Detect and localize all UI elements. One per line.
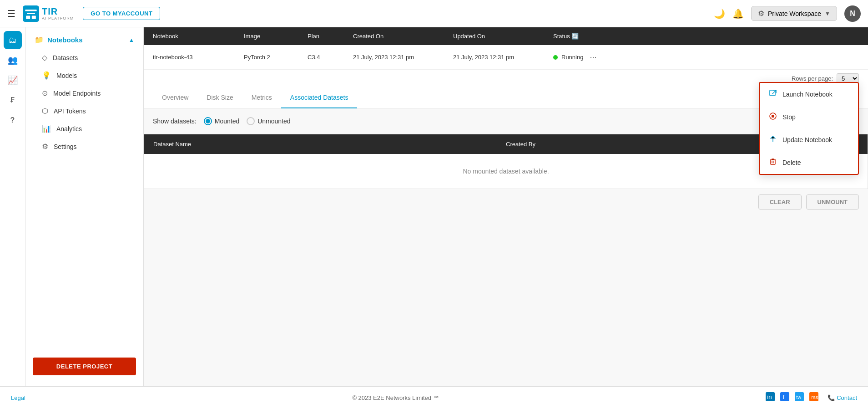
- col-dataset-name: Dataset Name: [153, 141, 506, 148]
- cell-status: Running ···: [553, 51, 859, 63]
- col-status: Status 🔄: [553, 33, 859, 40]
- delete-project-button[interactable]: DELETE PROJECT: [33, 358, 136, 375]
- sidebar-icon-team[interactable]: 👥: [4, 51, 22, 69]
- workspace-button[interactable]: ⚙ Private Workspace ▼: [751, 6, 837, 21]
- models-icon: 💡: [42, 71, 51, 80]
- left-nav: 📁 Notebooks ▲ ◇ Datasets 💡 Models ⊙ Mode…: [25, 27, 144, 386]
- header-right: 🌙 🔔 ⚙ Private Workspace ▼ N: [714, 5, 861, 22]
- rows-per-page-label: Rows per page:: [792, 75, 833, 82]
- sidebar-item-model-endpoints[interactable]: ⊙ Model Endpoints: [25, 84, 143, 102]
- context-menu-delete[interactable]: Delete: [760, 151, 858, 174]
- logo: TIR AI PLATFORM: [23, 5, 74, 22]
- datasets-label: Datasets: [53, 54, 78, 61]
- settings-label: Settings: [54, 143, 77, 150]
- workspace-icon: ⚙: [758, 9, 764, 18]
- twitter-icon[interactable]: tw: [795, 392, 804, 404]
- main-layout: 🗂 👥 📈 ₣ ? 📁 Notebooks ▲ ◇ Datasets 💡 Mod…: [0, 27, 868, 386]
- icon-sidebar: 🗂 👥 📈 ₣ ?: [0, 27, 25, 386]
- cell-updated: 21 July, 2023 12:31 pm: [453, 54, 553, 61]
- sidebar-icon-notebooks[interactable]: 🗂: [4, 31, 22, 49]
- api-tokens-icon: ⬡: [42, 107, 48, 115]
- models-label: Models: [56, 72, 77, 79]
- sidebar-item-models[interactable]: 💡 Models: [25, 66, 143, 84]
- delete-label: Delete: [782, 159, 801, 166]
- chevron-up-icon: ▲: [129, 37, 134, 43]
- context-menu-update[interactable]: Update Notebook: [760, 128, 858, 151]
- user-avatar[interactable]: N: [844, 5, 861, 22]
- svg-text:tw: tw: [797, 394, 802, 400]
- tab-disk-size[interactable]: Disk Size: [197, 87, 242, 108]
- col-notebook: Notebook: [153, 33, 244, 40]
- sidebar-item-settings[interactable]: ⚙ Settings: [25, 138, 143, 155]
- table-row: tir-notebook-43 PyTorch 2 C3.4 21 July, …: [144, 45, 868, 70]
- svg-rect-2: [27, 13, 35, 14]
- context-menu: Launch Notebook Stop Upd: [759, 82, 859, 175]
- folder-icon: 📁: [35, 36, 44, 44]
- radio-mounted[interactable]: Mounted: [204, 117, 239, 125]
- delete-icon: [769, 158, 777, 168]
- phone-icon: 📞: [828, 394, 835, 401]
- tab-overview[interactable]: Overview: [153, 87, 197, 108]
- tab-metrics[interactable]: Metrics: [242, 87, 281, 108]
- context-menu-launch[interactable]: Launch Notebook: [760, 83, 858, 106]
- model-endpoints-label: Model Endpoints: [53, 90, 101, 97]
- unmount-button[interactable]: UNMOUNT: [806, 194, 859, 210]
- col-updated-on: Updated On: [453, 33, 553, 40]
- update-label: Update Notebook: [782, 136, 832, 143]
- svg-text:f: f: [783, 394, 785, 400]
- status-text: Running: [561, 54, 583, 61]
- cell-plan: C3.4: [308, 54, 353, 61]
- sidebar-icon-billing[interactable]: ₣: [4, 91, 22, 109]
- datasets-actions: CLEAR UNMOUNT: [144, 189, 868, 215]
- hamburger-icon[interactable]: ☰: [7, 8, 15, 19]
- cell-created: 21 July, 2023 12:31 pm: [353, 54, 453, 61]
- col-image: Image: [244, 33, 308, 40]
- sidebar-item-api-tokens[interactable]: ⬡ API Tokens: [25, 102, 143, 120]
- api-tokens-label: API Tokens: [54, 107, 86, 115]
- svg-rect-8: [771, 160, 775, 164]
- col-created-on: Created On: [353, 33, 453, 40]
- dark-mode-icon[interactable]: 🌙: [714, 8, 725, 19]
- svg-rect-3: [26, 15, 30, 19]
- clear-button[interactable]: CLEAR: [758, 194, 802, 210]
- settings-icon: ⚙: [42, 142, 48, 151]
- context-menu-stop[interactable]: Stop: [760, 106, 858, 128]
- more-options-button[interactable]: ···: [587, 51, 599, 63]
- stop-icon: [769, 112, 777, 122]
- unmounted-radio[interactable]: [247, 117, 255, 125]
- linkedin-icon[interactable]: in: [766, 392, 775, 404]
- sidebar-item-analytics[interactable]: 📊 Analytics: [25, 120, 143, 138]
- svg-rect-1: [25, 10, 36, 11]
- legal-link[interactable]: Legal: [11, 394, 25, 401]
- datasets-icon: ◇: [42, 53, 47, 62]
- launch-label: Launch Notebook: [782, 91, 833, 98]
- go-to-myaccount-button[interactable]: GO TO MYACCOUNT: [83, 7, 160, 20]
- sidebar-item-datasets[interactable]: ◇ Datasets: [25, 49, 143, 66]
- svg-rect-11: [780, 392, 789, 401]
- svg-rect-4: [32, 15, 36, 19]
- notifications-icon[interactable]: 🔔: [732, 8, 744, 19]
- radio-inner: [206, 119, 210, 123]
- nav-section-notebooks[interactable]: 📁 Notebooks ▲: [25, 31, 143, 49]
- content-area: Notebook Image Plan Created On Updated O…: [144, 27, 868, 386]
- model-endpoints-icon: ⊙: [42, 89, 48, 97]
- cell-image: PyTorch 2: [244, 54, 308, 61]
- tab-associated-datasets[interactable]: Associated Datasets: [281, 87, 358, 108]
- sidebar-icon-analytics[interactable]: 📈: [4, 71, 22, 89]
- unmounted-label: Unmounted: [257, 118, 290, 125]
- show-datasets-label: Show datasets:: [153, 118, 197, 125]
- analytics-label: Analytics: [56, 125, 82, 133]
- footer: Legal © 2023 E2E Networks Limited ™ in f…: [0, 386, 868, 409]
- rss-icon[interactable]: rss: [809, 392, 818, 404]
- sidebar-icon-help[interactable]: ?: [4, 111, 22, 129]
- mounted-label: Mounted: [215, 118, 239, 125]
- mounted-radio[interactable]: [204, 117, 212, 125]
- contact-link[interactable]: 📞 Contact: [828, 394, 857, 401]
- facebook-icon[interactable]: f: [780, 392, 789, 404]
- svg-rect-7: [772, 115, 774, 118]
- workspace-label: Private Workspace: [768, 10, 821, 17]
- radio-unmounted[interactable]: Unmounted: [247, 117, 290, 125]
- logo-tir: TIR: [42, 6, 74, 16]
- launch-icon: [769, 89, 777, 99]
- notebook-table: Notebook Image Plan Created On Updated O…: [144, 27, 868, 87]
